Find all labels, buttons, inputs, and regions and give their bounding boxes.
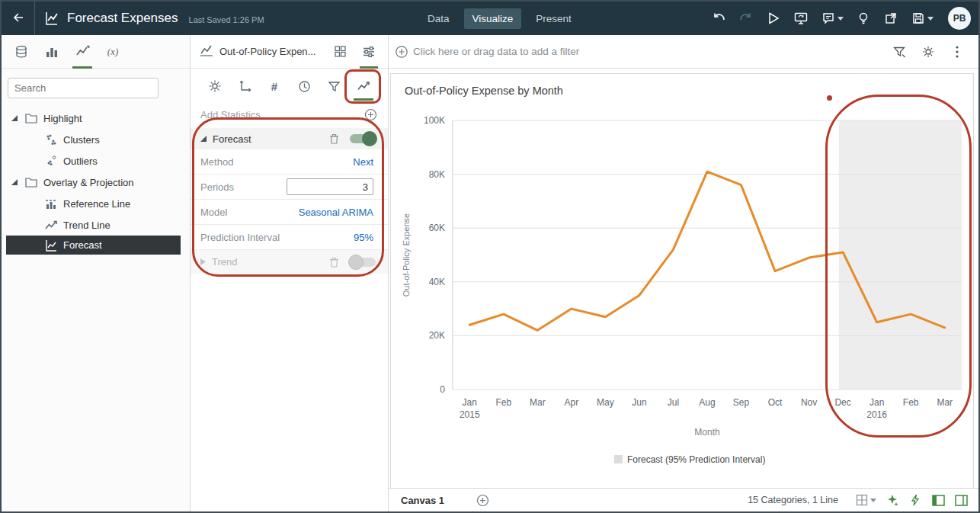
data-tab-icon[interactable] (8, 35, 35, 69)
analytics-tab-icon[interactable] (69, 35, 96, 69)
comments-icon[interactable] (817, 6, 847, 30)
svg-text:Jul: Jul (668, 397, 679, 408)
add-statistics-label: Add Statistics (200, 109, 261, 120)
svg-text:60K: 60K (429, 223, 445, 233)
expanded-caret-icon[interactable] (11, 114, 18, 122)
mode-tabs: Data Visualize Present (419, 2, 580, 35)
clusters-icon (44, 133, 57, 146)
add-statistics-icon[interactable] (364, 108, 377, 121)
forecast-group-title: Forecast (213, 133, 323, 145)
method-value[interactable]: Next (353, 156, 373, 168)
analytics-tree: Highlight Clusters Outliers Overlay & Pr… (2, 107, 190, 255)
date-time-icon[interactable] (292, 69, 316, 104)
toggle-right-panel-icon[interactable] (951, 490, 971, 510)
tab-data[interactable]: Data (419, 8, 458, 29)
values-icon[interactable]: # (262, 69, 287, 104)
tree-item-highlight[interactable]: Highlight (2, 107, 190, 129)
tree-item-label: Trend Line (63, 220, 110, 231)
bolt-icon[interactable] (905, 490, 925, 510)
tree-item-trend-line[interactable]: Trend Line (2, 214, 190, 236)
delete-forecast-icon[interactable] (328, 133, 340, 145)
workbook-chart-icon (44, 11, 59, 26)
save-caret-icon (927, 17, 934, 21)
filters-icon[interactable] (322, 69, 346, 104)
tree-item-outliers[interactable]: Outliers (2, 150, 190, 172)
redo-icon[interactable] (735, 6, 757, 30)
tree-item-label: Forecast (63, 239, 102, 251)
filter-icon[interactable] (887, 40, 911, 64)
refresh-data-icon[interactable] (789, 6, 812, 30)
save-icon[interactable] (907, 6, 937, 30)
tree-item-label: Outliers (63, 156, 98, 167)
add-filter-text[interactable]: Click here or drag data to add a filter (413, 46, 882, 57)
forecast-group-header[interactable]: Forecast (191, 128, 388, 149)
svg-text:Oct: Oct (768, 397, 783, 408)
add-canvas-icon[interactable] (476, 494, 489, 507)
svg-text:20K: 20K (429, 330, 445, 341)
folder-icon (24, 177, 37, 188)
analytics-properties-icon[interactable] (351, 69, 376, 104)
header-actions: PB (707, 6, 978, 30)
layout-icon[interactable] (852, 490, 879, 510)
tree-item-clusters[interactable]: Clusters (2, 129, 190, 150)
trend-group-title: Trend (212, 256, 323, 268)
canvas-tab[interactable]: Canvas 1 (401, 495, 444, 506)
filter-settings-icon[interactable] (916, 40, 940, 64)
menu-dots-icon[interactable] (945, 40, 969, 64)
trend-group-header[interactable]: Trend (191, 250, 388, 274)
svg-text:Dec: Dec (834, 397, 850, 408)
avatar[interactable]: PB (948, 7, 971, 30)
tree-item-reference-line[interactable]: Reference Line (2, 193, 190, 214)
trend-toggle[interactable] (350, 258, 376, 267)
model-value[interactable]: Seasonal ARIMA (299, 207, 373, 218)
tab-visualize[interactable]: Visualize (464, 8, 522, 29)
properties-toolbar: # (191, 69, 388, 104)
filter-bar: Click here or drag data to add a filter (389, 35, 978, 69)
prediction-interval-row: Prediction Interval 95% (191, 225, 388, 250)
collapsed-caret-icon[interactable] (200, 255, 207, 269)
preview-icon[interactable] (762, 6, 785, 30)
toggle-left-panel-icon[interactable] (928, 490, 948, 510)
prediction-interval-label: Prediction Interval (200, 232, 280, 243)
svg-text:80K: 80K (429, 169, 445, 180)
lightbulb-icon[interactable] (852, 6, 875, 30)
tree-item-overlay-projection[interactable]: Overlay & Projection (2, 172, 190, 193)
back-button[interactable] (2, 2, 35, 35)
add-statistics-row: Add Statistics (191, 104, 388, 125)
periods-input[interactable] (287, 178, 373, 195)
tree-item-label: Clusters (63, 134, 100, 146)
method-label: Method (200, 156, 233, 168)
forecast-toggle[interactable] (350, 134, 376, 143)
chart-status-text: 15 Categories, 1 Line (748, 495, 838, 505)
expanded-caret-icon[interactable] (11, 178, 18, 186)
undo-icon[interactable] (707, 6, 730, 30)
svg-text:Sep: Sep (733, 397, 750, 408)
grid-view-icon[interactable] (328, 35, 351, 69)
delete-trend-icon[interactable] (328, 256, 340, 268)
svg-text:100K: 100K (424, 115, 445, 126)
general-settings-icon[interactable] (203, 69, 227, 104)
tree-item-label: Overlay & Projection (43, 177, 134, 188)
svg-text:Out-of-Policy Expense: Out-of-Policy Expense (402, 213, 411, 297)
outliers-icon (44, 155, 57, 167)
app-window: Forecast Expenses Last Saved 1:26 PM Dat… (0, 0, 980, 513)
svg-text:Jan: Jan (870, 397, 884, 408)
svg-text:Apr: Apr (565, 397, 579, 408)
visualization-card[interactable]: Out-of-Policy Expense by Month 020K40K60… (390, 73, 974, 489)
expanded-caret-icon[interactable] (200, 132, 207, 146)
prediction-interval-value[interactable]: 95% (354, 232, 373, 243)
axis-icon[interactable] (232, 69, 257, 104)
tab-present[interactable]: Present (527, 8, 580, 29)
insight-icon[interactable] (882, 490, 902, 510)
add-filter-icon[interactable] (395, 45, 408, 59)
properties-sliders-icon[interactable] (357, 35, 380, 69)
panel-icon-tabs: (x) (2, 35, 190, 69)
search-input[interactable] (8, 78, 159, 98)
visualizations-tab-icon[interactable] (38, 35, 66, 69)
svg-text:May: May (597, 397, 614, 408)
canvas-area: Click here or drag data to add a filter … (389, 35, 978, 511)
open-in-new-icon[interactable] (879, 6, 902, 30)
expense-line-chart[interactable]: 020K40K60K80K100KJanFebMarAprMayJunJulAu… (391, 74, 973, 489)
parameters-tab-icon[interactable]: (x) (99, 35, 127, 69)
tree-item-forecast[interactable]: Forecast (6, 236, 181, 255)
